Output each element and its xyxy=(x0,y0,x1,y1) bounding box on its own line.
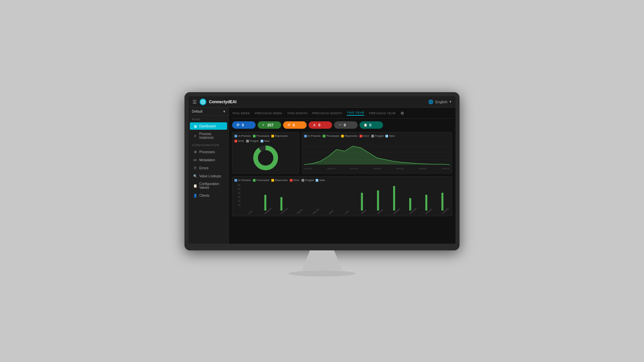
clients-icon: 👤 xyxy=(193,193,197,197)
donut-chart-box: In Process Processed Reprocess xyxy=(232,132,299,174)
bar-legend-dot-error xyxy=(290,179,292,182)
line-legend-label-error: Error xyxy=(363,134,369,137)
line-legend-label-in-process: In Process xyxy=(308,134,321,137)
language-label[interactable]: English xyxy=(435,100,447,104)
badge-in-process[interactable]: ⏱ 0 xyxy=(232,121,256,129)
legend-label-in-process: In Process xyxy=(238,134,251,137)
donut-legend: In Process Processed Reprocess xyxy=(234,134,297,142)
sidebar-item-clients[interactable]: 👤 Clients xyxy=(190,192,227,199)
filter-previous-year[interactable]: PREVIOUS YEAR xyxy=(369,112,396,115)
bar-8 xyxy=(377,190,379,210)
legend-dot-in-process xyxy=(234,135,237,137)
bar-9 xyxy=(393,186,395,210)
topbar-left: ☰ ConnectydEAI xyxy=(193,99,236,105)
content-area: THIS WEEK PREVIOUS WEEK THIS MONTH PREVI… xyxy=(229,108,455,244)
legend-error: Error xyxy=(234,139,244,142)
line-legend-label-processed: Processed xyxy=(326,134,339,137)
processes-icon: ⚙ xyxy=(193,150,197,154)
legend-new: New xyxy=(261,139,270,142)
line-legend: In Process Processed Reprocess xyxy=(304,134,450,137)
sidebar-dropdown[interactable]: Default ▾ xyxy=(189,108,228,116)
badge-icon-reprocess: ↺ xyxy=(286,123,291,127)
filter-previous-week[interactable]: PREVIOUS WEEK xyxy=(255,112,282,115)
line-legend-in-process: In Process xyxy=(304,134,321,137)
sidebar-item-processes[interactable]: ⚙ Processes xyxy=(190,148,227,156)
dashboard-icon: ▦ xyxy=(193,124,197,128)
line-legend-dot-error xyxy=(360,135,362,137)
line-legend-purged: Purged xyxy=(371,134,384,137)
bar-legend-label-processed: Processed xyxy=(257,179,269,182)
hamburger-icon[interactable]: ☰ xyxy=(193,99,197,105)
badge-processed[interactable]: ✓ 257 xyxy=(258,121,281,129)
topbar: ☰ ConnectydEAI 🌐 English ▾ xyxy=(189,96,455,108)
errors-icon: ⏱ xyxy=(193,166,197,170)
bar-legend-label-in-process: In Process xyxy=(238,179,251,182)
value-lookups-icon: 🔍 xyxy=(193,174,197,178)
badge-value-error: 0 xyxy=(318,123,320,127)
filter-this-week[interactable]: THIS WEEK xyxy=(232,112,250,115)
bar-chart-content: Artikel Bestandsabgleich Bestandskorrekt… xyxy=(242,184,450,214)
filter-settings-icon[interactable]: ⚙ xyxy=(400,111,404,116)
line-legend-label-reprocess: Reprocess xyxy=(345,134,358,137)
sidebar-item-errors[interactable]: ⏱ Errors xyxy=(190,164,227,172)
badge-reprocess[interactable]: ↺ 0 xyxy=(283,121,307,129)
legend-processed: Processed xyxy=(253,134,269,137)
sidebar-item-process-instances[interactable]: ≡ Process Instances xyxy=(190,130,227,141)
badge-icon-purged: ⋯ xyxy=(337,123,342,127)
line-legend-reprocess: Reprocess xyxy=(341,134,358,137)
filter-this-month[interactable]: THIS MONTH xyxy=(287,112,308,115)
badge-value-reprocess: 0 xyxy=(293,123,295,127)
badges-row: ⏱ 0 ✓ 257 ↺ 0 xyxy=(232,121,452,129)
badge-error[interactable]: ⚠ 0 xyxy=(309,121,332,129)
legend-label-error: Error xyxy=(238,139,244,142)
legend-reprocess: Reprocess xyxy=(271,134,288,137)
sidebar-label-process-instances: Process Instances xyxy=(199,132,224,139)
sidebar-item-metadaten[interactable]: 🏷 Metadaten xyxy=(190,156,227,164)
badge-purged[interactable]: ⋯ 0 xyxy=(334,121,358,129)
badge-icon-error: ⚠ xyxy=(312,123,317,127)
legend-label-purged: Purged xyxy=(250,139,259,142)
sidebar-item-configuration-values[interactable]: 📋 Configuration Values xyxy=(190,180,227,191)
bar-12 xyxy=(441,193,443,210)
line-chart-box: In Process Processed Reprocess xyxy=(302,132,452,174)
line-legend-dot-reprocess xyxy=(341,135,344,137)
badge-new[interactable]: 📋 0 xyxy=(360,121,383,129)
process-instances-icon: ≡ xyxy=(193,134,197,138)
sidebar-dropdown-chevron: ▾ xyxy=(223,110,225,113)
line-legend-dot-new xyxy=(385,135,388,137)
bar-legend-label-error: Error xyxy=(293,179,300,182)
legend-in-process: In Process xyxy=(234,134,251,137)
sidebar-item-dashboard[interactable]: ▦ Dashboard xyxy=(190,122,227,130)
line-legend-label-new: New xyxy=(389,134,394,137)
app-logo xyxy=(200,99,206,105)
bar-11 xyxy=(425,195,427,210)
language-flag: 🌐 xyxy=(428,100,433,104)
line-legend-label-purged: Purged xyxy=(375,134,384,137)
line-legend-dot-in-process xyxy=(304,135,307,137)
sidebar-label-dashboard: Dashboard xyxy=(199,124,216,128)
filter-this-year[interactable]: THIS YEAR xyxy=(347,111,364,116)
bar-legend-purged: Purged xyxy=(302,179,314,182)
svg-point-4 xyxy=(259,151,272,165)
legend-label-new: New xyxy=(264,139,270,142)
badge-icon-new: 📋 xyxy=(363,123,368,127)
bar-legend-error: Error xyxy=(290,179,300,182)
sidebar-item-value-lookups[interactable]: 🔍 Value Lookups xyxy=(190,172,227,180)
sidebar-dropdown-label: Default xyxy=(192,110,203,113)
app-title: ConnectydEAI xyxy=(209,100,236,104)
metadaten-icon: 🏷 xyxy=(193,158,197,162)
sidebar-label-configuration-values: Configuration Values xyxy=(199,182,224,189)
line-legend-processed: Processed xyxy=(323,134,339,137)
language-dropdown-icon[interactable]: ▾ xyxy=(449,100,451,104)
topbar-right: 🌐 English ▾ xyxy=(428,100,451,104)
bar-legend-processed: Processed xyxy=(253,179,269,182)
filter-bar: THIS WEEK PREVIOUS WEEK THIS MONTH PREVI… xyxy=(232,111,452,119)
badge-icon-in-process: ⏱ xyxy=(235,123,240,127)
section-label-main: Main xyxy=(189,116,228,122)
badge-value-processed: 257 xyxy=(267,123,273,127)
bar-legend-dot-reprocess xyxy=(271,179,274,182)
bar-7 xyxy=(361,193,363,210)
line-chart: 01/01/2502/01/2503/01/2504/01/2505/01/25… xyxy=(304,139,450,166)
filter-previous-month[interactable]: PREVIOUS MONTH xyxy=(312,112,342,115)
bar-chart-bars xyxy=(242,184,450,210)
